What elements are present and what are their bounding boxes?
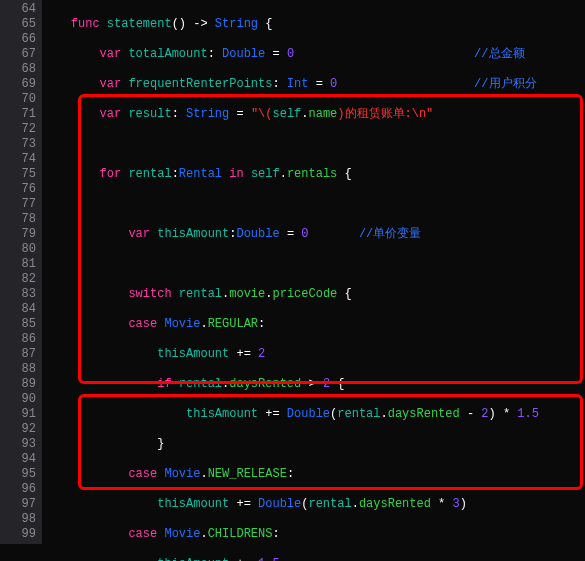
line-number: 85: [0, 317, 36, 332]
code-line: thisAmount += Double(rental.daysRented -…: [42, 407, 585, 422]
line-number: 82: [0, 272, 36, 287]
line-number: 91: [0, 407, 36, 422]
line-number: 70: [0, 92, 36, 107]
line-number: 99: [0, 527, 36, 542]
line-number: 69: [0, 77, 36, 92]
line-number: 76: [0, 182, 36, 197]
code-line: [42, 137, 585, 152]
line-number: 78: [0, 212, 36, 227]
line-number-gutter: 6465666768697071727374757677787980818283…: [0, 0, 42, 544]
line-number: 93: [0, 437, 36, 452]
code-line: var totalAmount: Double = 0 //总金额: [42, 47, 585, 62]
line-number: 95: [0, 467, 36, 482]
line-number: 84: [0, 302, 36, 317]
line-number: 74: [0, 152, 36, 167]
code-line: for rental:Rental in self.rentals {: [42, 167, 585, 182]
code-line: case Movie.NEW_RELEASE:: [42, 467, 585, 482]
line-number: 94: [0, 452, 36, 467]
code-line: var thisAmount:Double = 0 //单价变量: [42, 227, 585, 242]
line-number: 88: [0, 362, 36, 377]
line-number: 86: [0, 332, 36, 347]
line-number: 80: [0, 242, 36, 257]
line-number: 87: [0, 347, 36, 362]
line-number: 90: [0, 392, 36, 407]
code-line: thisAmount += 2: [42, 347, 585, 362]
code-line: switch rental.movie.priceCode {: [42, 287, 585, 302]
code-line: thisAmount += Double(rental.daysRented *…: [42, 497, 585, 512]
line-number: 89: [0, 377, 36, 392]
code-line: }: [42, 437, 585, 452]
line-number: 92: [0, 422, 36, 437]
line-number: 72: [0, 122, 36, 137]
line-number: 77: [0, 197, 36, 212]
code-line: thisAmount += 1.5: [42, 557, 585, 561]
line-number: 67: [0, 47, 36, 62]
line-number: 64: [0, 2, 36, 17]
line-number: 73: [0, 137, 36, 152]
code-line: if rental.daysRented > 2 {: [42, 377, 585, 392]
line-number: 68: [0, 62, 36, 77]
line-number: 83: [0, 287, 36, 302]
code-editor[interactable]: func statement() -> String { var totalAm…: [42, 2, 585, 561]
line-number: 65: [0, 17, 36, 32]
code-line: var frequentRenterPoints: Int = 0 //用户积分: [42, 77, 585, 92]
line-number: 71: [0, 107, 36, 122]
code-line: [42, 197, 585, 212]
code-line: case Movie.CHILDRENS:: [42, 527, 585, 542]
line-number: 96: [0, 482, 36, 497]
code-line: func statement() -> String {: [42, 17, 585, 32]
line-number: 98: [0, 512, 36, 527]
line-number: 81: [0, 257, 36, 272]
code-line: case Movie.REGULAR:: [42, 317, 585, 332]
code-line: [42, 257, 585, 272]
line-number: 66: [0, 32, 36, 47]
code-line: var result: String = "\(self.name)的租赁账单:…: [42, 107, 585, 122]
line-number: 97: [0, 497, 36, 512]
line-number: 79: [0, 227, 36, 242]
line-number: 75: [0, 167, 36, 182]
